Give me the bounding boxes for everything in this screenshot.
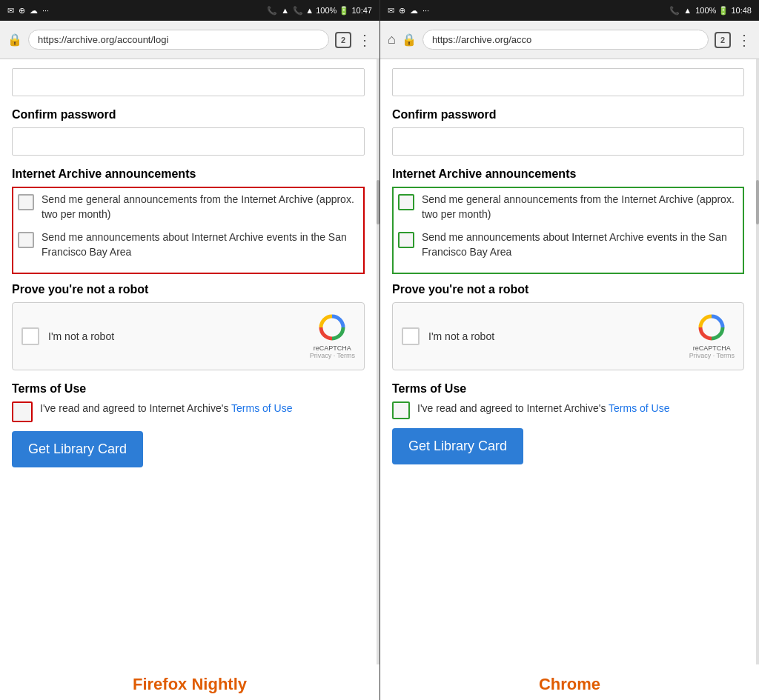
url-input-left[interactable]: https://archive.org/account/logi — [28, 30, 329, 50]
mail-icon: ✉ — [7, 6, 14, 16]
content-left: Confirm password Internet Archive announ… — [0, 59, 377, 664]
terms-row-right: I've read and agreed to Internet Archive… — [392, 401, 744, 419]
announcement-checkbox-2-left[interactable] — [18, 232, 34, 248]
address-bar-left[interactable]: 🔒 https://archive.org/account/logi 2 ⋮ — [0, 21, 380, 59]
recaptcha-right-left: reCAPTCHA Privacy · Terms — [310, 313, 355, 359]
confirm-password-input-right[interactable] — [392, 127, 744, 156]
announcements-section-right: Internet Archive announcements Send me g… — [392, 167, 744, 274]
terms-link-right[interactable]: Terms of Use — [609, 402, 669, 414]
announcements-label-left: Internet Archive announcements — [12, 167, 365, 181]
browser-label-left: Firefox Nightly — [0, 664, 380, 700]
announcement-text-2-right: Send me announcements about Internet Arc… — [422, 230, 738, 259]
robot-section-left: Prove you're not a robot I'm not a robot — [12, 283, 365, 370]
password-input-left[interactable] — [12, 68, 365, 96]
announcements-green-outline-right: Send me general announcements from the I… — [392, 187, 744, 274]
wifi-icon: ▲ — [281, 6, 289, 15]
menu-dots-left[interactable]: ⋮ — [357, 31, 372, 49]
terms-row-left: I've read and agreed to Internet Archive… — [12, 401, 365, 422]
browser-label-right: Chrome — [380, 664, 759, 700]
announcement-text-1-right: Send me general announcements from the I… — [422, 193, 738, 221]
robot-label-right: Prove you're not a robot — [392, 283, 744, 296]
recaptcha-logo-left — [318, 313, 346, 344]
recaptcha-brand-right: reCAPTCHA — [693, 344, 731, 352]
status-bar-left: ✉ ⊕ ☁ ··· 📞 ▲ 📞 ▲ 100% 🔋 10:47 — [0, 0, 380, 21]
status-left-icons-right: ✉ ⊕ ☁ ··· — [388, 6, 429, 16]
confirm-password-input-left[interactable] — [12, 127, 365, 156]
cloud-icon: ☁ — [30, 6, 38, 16]
cloud-icon-right: ☁ — [410, 6, 418, 16]
announcements-section-left: Internet Archive announcements Send me g… — [12, 167, 365, 274]
announcement-checkbox-1-left[interactable] — [18, 194, 34, 210]
recaptcha-checkbox-left[interactable] — [21, 327, 39, 345]
tab-badge-left[interactable]: 2 — [335, 32, 351, 48]
announcement-checkbox-2-right[interactable] — [398, 232, 414, 248]
terms-section-right: Terms of Use I've read and agreed to Int… — [392, 382, 744, 419]
gps-icon-right: ⊕ — [399, 6, 405, 16]
tab-badge-right[interactable]: 2 — [715, 32, 731, 48]
wifi-icon-right: ▲ — [683, 6, 692, 15]
announcement-row-1-left: Send me general announcements from the I… — [18, 193, 359, 221]
content-wrapper-right: Confirm password Internet Archive announ… — [380, 59, 759, 664]
status-right-icons: 📞 ▲ 📞 ▲ 100% 🔋 10:47 — [267, 6, 372, 16]
content-wrapper-left: Confirm password Internet Archive announ… — [0, 59, 380, 664]
address-bar-right[interactable]: ⌂ 🔒 https://archive.org/acco 2 ⋮ — [380, 21, 759, 59]
confirm-password-section-right: Confirm password — [392, 68, 744, 156]
confirm-password-label-left: Confirm password — [12, 108, 365, 121]
confirm-password-section-left: Confirm password — [12, 68, 365, 156]
lock-icon-left: 🔒 — [7, 33, 22, 47]
content-right: Confirm password Internet Archive announ… — [380, 59, 756, 664]
announcement-checkbox-1-right[interactable] — [398, 194, 414, 210]
announcement-row-2-right: Send me announcements about Internet Arc… — [398, 230, 738, 259]
robot-section-right: Prove you're not a robot I'm not a robot — [392, 283, 744, 370]
password-input-right[interactable] — [392, 68, 744, 96]
phone-icon-right: 📞 — [669, 6, 680, 16]
scrollbar-thumb-right — [756, 180, 759, 224]
firefox-panel: ✉ ⊕ ☁ ··· 📞 ▲ 📞 ▲ 100% 🔋 10:47 🔒 https:/… — [0, 0, 380, 700]
battery-text-right: 100% 🔋 10:48 — [695, 6, 752, 16]
more-icon-right: ··· — [422, 6, 429, 15]
terms-checkbox-right[interactable] — [392, 401, 410, 419]
status-bar-right: ✉ ⊕ ☁ ··· 📞 ▲ 100% 🔋 10:48 — [380, 0, 759, 21]
terms-text-left: I've read and agreed to Internet Archive… — [40, 401, 293, 416]
recaptcha-box-right[interactable]: I'm not a robot reCAPTCHA Priv — [392, 302, 744, 370]
get-library-card-btn-left[interactable]: Get Library Card — [12, 431, 143, 467]
announcement-row-2-left: Send me announcements about Internet Arc… — [18, 230, 359, 259]
announcements-label-right: Internet Archive announcements — [392, 167, 744, 181]
robot-label-left: Prove you're not a robot — [12, 283, 365, 296]
announcement-row-1-right: Send me general announcements from the I… — [398, 193, 738, 221]
announcements-red-outline-left: Send me general announcements from the I… — [12, 187, 365, 274]
terms-section-left: Terms of Use I've read and agreed to Int… — [12, 382, 365, 422]
scrollbar-right[interactable] — [756, 59, 759, 664]
gps-icon: ⊕ — [19, 6, 25, 16]
recaptcha-left-left: I'm not a robot — [21, 327, 114, 345]
mail-icon-right: ✉ — [388, 6, 394, 16]
announcement-text-1-left: Send me general announcements from the I… — [42, 193, 359, 221]
recaptcha-box-left[interactable]: I'm not a robot reCAPTCHA Priv — [12, 302, 365, 370]
recaptcha-logo-right — [697, 313, 726, 344]
terms-label-left: Terms of Use — [12, 382, 365, 396]
battery-text: 📞 ▲ 100% 🔋 10:47 — [293, 6, 372, 16]
menu-dots-right[interactable]: ⋮ — [737, 31, 752, 49]
status-left-icons: ✉ ⊕ ☁ ··· — [7, 6, 49, 16]
terms-text-pre-right: I've read and agreed to Internet Archive… — [417, 402, 609, 414]
recaptcha-text-left: I'm not a robot — [48, 330, 114, 342]
url-input-right[interactable]: https://archive.org/acco — [422, 30, 709, 50]
terms-link-left[interactable]: Terms of Use — [231, 402, 292, 414]
status-right-icons-right: 📞 ▲ 100% 🔋 10:48 — [669, 6, 752, 16]
recaptcha-brand-left: reCAPTCHA — [314, 344, 351, 352]
recaptcha-right-right: reCAPTCHA Privacy · Terms — [689, 313, 735, 359]
terms-text-right: I've read and agreed to Internet Archive… — [417, 401, 670, 416]
lock-icon-right: 🔒 — [402, 33, 417, 47]
announcement-text-2-left: Send me announcements about Internet Arc… — [42, 230, 359, 259]
terms-checkbox-left[interactable] — [12, 401, 33, 422]
recaptcha-left-right: I'm not a robot — [402, 327, 494, 345]
get-library-card-btn-right[interactable]: Get Library Card — [392, 428, 523, 464]
terms-label-right: Terms of Use — [392, 382, 744, 396]
recaptcha-checkbox-right[interactable] — [402, 327, 420, 345]
confirm-password-label-right: Confirm password — [392, 108, 744, 121]
recaptcha-links-left: Privacy · Terms — [310, 352, 355, 359]
chrome-panel: ✉ ⊕ ☁ ··· 📞 ▲ 100% 🔋 10:48 ⌂ 🔒 https://a… — [380, 0, 759, 700]
home-icon-right[interactable]: ⌂ — [388, 32, 396, 47]
recaptcha-links-right: Privacy · Terms — [689, 352, 735, 359]
more-icon: ··· — [42, 6, 49, 15]
